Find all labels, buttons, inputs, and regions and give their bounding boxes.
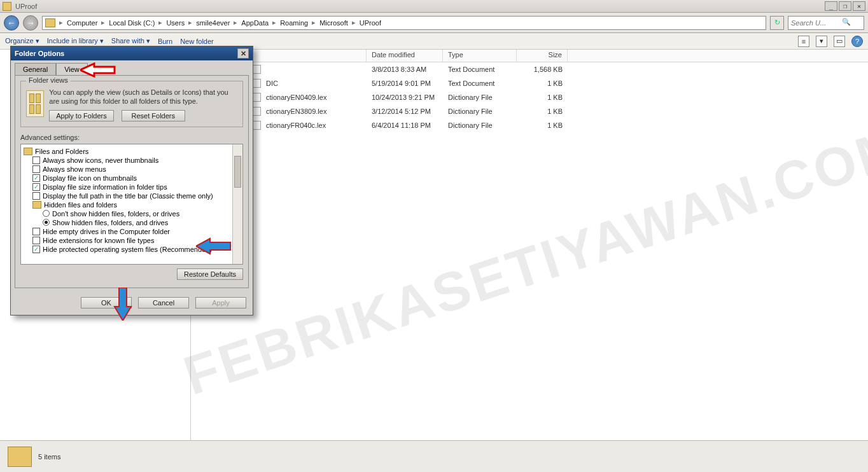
- col-type[interactable]: Type: [443, 50, 517, 62]
- view-mode-button[interactable]: ≡: [798, 36, 809, 47]
- folder-options-dialog: Folder Options ✕ General View Folder vie…: [10, 46, 253, 316]
- restore-defaults-button[interactable]: Restore Defaults: [177, 268, 243, 280]
- window-titlebar: UProof _ ❐ ✕: [0, 0, 868, 13]
- svg-marker-1: [196, 239, 230, 254]
- share-with-menu[interactable]: Share with ▾: [111, 37, 150, 45]
- search-icon: 🔍: [842, 18, 852, 28]
- help-button[interactable]: ?: [851, 36, 863, 47]
- checkbox-file-size[interactable]: ✓: [32, 183, 40, 191]
- window-title: UProof: [15, 3, 37, 10]
- tab-general[interactable]: General: [15, 63, 56, 75]
- include-library-menu[interactable]: Include in library ▾: [47, 37, 104, 45]
- radio-show-hidden[interactable]: [43, 219, 50, 226]
- dialog-close-button[interactable]: ✕: [237, 48, 249, 59]
- preview-pane-button[interactable]: ▭: [834, 36, 845, 47]
- folder-views-label: Folder views: [26, 76, 71, 84]
- burn-button[interactable]: Burn: [158, 38, 172, 45]
- scrollbar-thumb[interactable]: [234, 156, 241, 188]
- annotation-arrow-red: [80, 62, 116, 78]
- folder-views-group: Folder views You can apply the view (suc…: [20, 81, 243, 127]
- folder-icon: [24, 148, 32, 155]
- col-date[interactable]: Date modified: [367, 50, 443, 62]
- status-bar: 5 items: [0, 440, 868, 472]
- crumb-disk[interactable]: Local Disk (C:): [106, 19, 157, 27]
- files-folders-node: Files and Folders: [35, 148, 88, 155]
- status-item-count: 5 items: [38, 453, 60, 461]
- crumb-users[interactable]: Users: [164, 19, 187, 27]
- tab-view-panel: Folder views You can apply the view (suc…: [15, 75, 249, 288]
- crumb-user[interactable]: smile4ever: [193, 19, 232, 27]
- file-row[interactable]: DIC5/19/2014 9:01 PMText Document1 KB: [191, 76, 868, 90]
- dialog-titlebar[interactable]: Folder Options ✕: [11, 46, 253, 60]
- crumb-microsoft[interactable]: Microsoft: [317, 19, 351, 27]
- checkbox-hide-os[interactable]: ✓: [32, 246, 40, 253]
- hidden-files-node: Hidden files and folders: [44, 201, 117, 209]
- radio-dont-show-hidden[interactable]: [43, 210, 50, 217]
- cancel-button[interactable]: Cancel: [138, 297, 189, 309]
- crumb-uproof[interactable]: UProof: [357, 19, 384, 27]
- checkbox-full-path[interactable]: [32, 192, 40, 200]
- apply-button[interactable]: Apply: [195, 297, 246, 309]
- crumb-appdata[interactable]: AppData: [239, 19, 271, 27]
- search-box[interactable]: 🔍: [788, 16, 864, 30]
- checkbox-always-menus[interactable]: [32, 165, 40, 173]
- adv-list-scrollbar[interactable]: [232, 144, 242, 264]
- checkbox-always-icons[interactable]: [32, 156, 40, 164]
- folder-icon: [45, 18, 55, 27]
- forward-button[interactable]: →: [23, 15, 38, 31]
- crumb-roaming[interactable]: Roaming: [277, 19, 311, 27]
- checkbox-hide-ext[interactable]: [32, 237, 40, 244]
- view-dropdown[interactable]: ▾: [816, 36, 827, 47]
- col-size[interactable]: Size: [517, 50, 568, 62]
- new-folder-button[interactable]: New folder: [180, 38, 214, 45]
- file-row[interactable]: ctionaryEN3809.lex3/12/2014 5:12 PMDicti…: [191, 104, 868, 118]
- minimize-button[interactable]: _: [825, 1, 837, 11]
- file-row[interactable]: 3/8/2013 8:33 AMText Document1,568 KB: [191, 62, 868, 76]
- apply-to-folders-button[interactable]: Apply to Folders: [49, 110, 113, 121]
- breadcrumb[interactable]: ▸ Computer▸ Local Disk (C:)▸ Users▸ smil…: [42, 16, 766, 30]
- organize-menu[interactable]: Organize ▾: [5, 37, 39, 45]
- refresh-button[interactable]: ↻: [770, 16, 784, 30]
- close-button[interactable]: ✕: [853, 1, 865, 11]
- svg-marker-2: [115, 288, 131, 321]
- file-row[interactable]: ctionaryFR040c.lex6/4/2014 11:18 PMDicti…: [191, 118, 868, 132]
- svg-marker-0: [80, 64, 115, 76]
- folder-icon: [32, 201, 41, 209]
- reset-folders-button[interactable]: Reset Folders: [122, 110, 185, 121]
- advanced-settings-label: Advanced settings:: [20, 134, 243, 141]
- column-headers: Name Date modified Type Size: [191, 50, 868, 62]
- annotation-arrow-down: [113, 288, 132, 321]
- checkbox-file-icon[interactable]: ✓: [32, 174, 40, 182]
- back-button[interactable]: ←: [4, 15, 19, 31]
- folder-views-text: You can apply the view (such as Details …: [49, 88, 237, 106]
- folder-views-icon: [26, 90, 44, 117]
- maximize-button[interactable]: ❐: [839, 1, 851, 11]
- annotation-arrow-blue: [196, 237, 232, 255]
- checkbox-hide-empty[interactable]: [32, 228, 40, 235]
- dialog-title: Folder Options: [15, 50, 64, 57]
- crumb-computer[interactable]: Computer: [64, 19, 100, 27]
- file-row[interactable]: ctionaryEN0409.lex10/24/2013 9:21 PMDict…: [191, 90, 868, 104]
- nav-bar: ← → ▸ Computer▸ Local Disk (C:)▸ Users▸ …: [0, 13, 868, 33]
- folder-icon: [3, 2, 11, 11]
- folder-icon: [8, 447, 32, 467]
- search-input[interactable]: [791, 19, 842, 27]
